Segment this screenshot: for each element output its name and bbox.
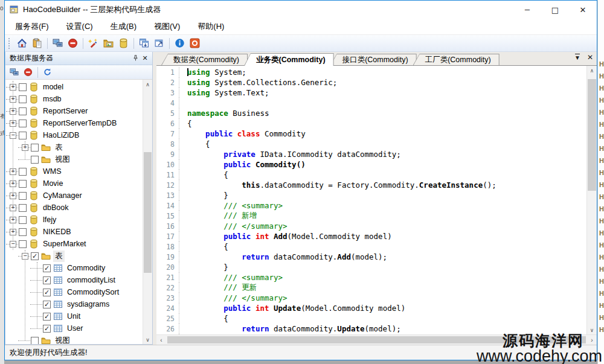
stop-icon[interactable] xyxy=(22,66,34,78)
collapse-icon[interactable]: − xyxy=(10,241,16,247)
power-icon[interactable] xyxy=(188,36,202,50)
stop-icon[interactable] xyxy=(66,36,80,50)
tree-item-表[interactable]: +表 xyxy=(5,141,143,153)
menu-item-1[interactable]: 设置(C) xyxy=(60,19,99,34)
tree-item-CyManager[interactable]: +CyManager xyxy=(5,190,143,202)
copywin-icon[interactable] xyxy=(137,36,151,50)
code-line-20[interactable]: 20 } xyxy=(156,262,587,272)
editor-vertical-scrollbar[interactable]: ∧ ∨ xyxy=(586,66,597,334)
tree-item-ReportServer[interactable]: +ReportServer xyxy=(5,105,143,117)
code-line-24[interactable]: 24 public int Update(Model.Commodity mod… xyxy=(156,303,587,313)
checkbox-Unit[interactable]: ✓ xyxy=(43,313,51,321)
tree-item-SuperMarket[interactable]: −SuperMarket xyxy=(5,238,143,250)
tab-2[interactable]: 接口类(Commodity) xyxy=(330,54,417,65)
toolbar-grip-handle[interactable] xyxy=(8,38,11,49)
tab-3[interactable]: 工厂类(Commodity) xyxy=(413,54,500,65)
code-line-5[interactable]: 5namespace Business xyxy=(156,108,587,118)
tree-scroll-thumb[interactable] xyxy=(144,152,152,273)
tree-item-lfejy[interactable]: +lfejy xyxy=(5,214,143,226)
tree-item-label[interactable]: 视图 xyxy=(53,335,72,345)
code-line-8[interactable]: 8 { xyxy=(156,139,587,149)
tree-item-sysdiagrams[interactable]: ✓sysdiagrams xyxy=(5,298,143,310)
code-line-13[interactable]: 13 } xyxy=(156,190,587,200)
code-line-22[interactable]: 22 /// 更新 xyxy=(156,283,587,293)
exportwin-icon[interactable] xyxy=(152,36,166,50)
code-line-21[interactable]: 21 /// <summary> xyxy=(156,272,587,283)
info-icon[interactable] xyxy=(173,36,187,50)
code-line-16[interactable]: 16 /// </summary> xyxy=(156,221,587,231)
tree-item-label[interactable]: Movie xyxy=(41,179,65,188)
collapse-icon[interactable]: − xyxy=(10,132,16,139)
tree-item-label[interactable]: ReportServer xyxy=(41,106,89,116)
wizard-icon[interactable] xyxy=(86,36,100,50)
checkbox-msdb[interactable] xyxy=(19,95,27,103)
tab-label[interactable]: 业务类(Commodity) xyxy=(245,54,333,66)
scroll-up-icon[interactable]: ∧ xyxy=(143,80,152,89)
network-icon[interactable] xyxy=(8,66,21,78)
scroll-left-icon[interactable]: ‹ xyxy=(156,335,166,345)
code-line-11[interactable]: 11 { xyxy=(156,170,587,180)
checkbox-视图[interactable] xyxy=(31,156,39,164)
checkbox-ReportServerTempDB[interactable] xyxy=(19,120,27,127)
code-line-15[interactable]: 15 /// 新增 xyxy=(156,211,587,221)
code-line-1[interactable]: 1using System; xyxy=(156,67,587,77)
tree-item-label[interactable]: lfejy xyxy=(41,215,58,225)
tab-label[interactable]: 工厂类(Commodity) xyxy=(414,54,499,65)
checkbox-表[interactable]: ✓ xyxy=(31,252,39,260)
tab-1[interactable]: 业务类(Commodity) xyxy=(244,53,334,66)
tree-item-model[interactable]: +model xyxy=(5,81,143,93)
tree-item-label[interactable]: 表 xyxy=(53,142,65,153)
tree-item-Unit[interactable]: ✓Unit xyxy=(5,310,143,322)
tree-item-label[interactable]: User xyxy=(65,324,85,333)
expand-icon[interactable]: + xyxy=(10,120,16,127)
tab-list-dropdown-icon[interactable]: ▼ xyxy=(574,54,580,61)
tree-item-label[interactable]: SuperMarket xyxy=(41,239,88,249)
checkbox-lfejy[interactable] xyxy=(19,216,27,224)
checkbox-CommoditySort[interactable]: ✓ xyxy=(43,289,51,296)
maximize-button[interactable]: □ xyxy=(541,1,569,19)
expand-icon[interactable]: + xyxy=(10,108,16,115)
panel-close-icon[interactable]: ✕ xyxy=(140,54,150,63)
tree-item-表[interactable]: −✓表 xyxy=(5,250,143,262)
expand-icon[interactable]: + xyxy=(10,217,16,223)
tab-0[interactable]: 数据类(Commodity) xyxy=(161,54,248,65)
database-icon[interactable] xyxy=(117,36,130,50)
refresh-icon[interactable] xyxy=(41,66,54,78)
collapse-icon[interactable]: − xyxy=(22,253,28,260)
tree-item-WMS[interactable]: +WMS xyxy=(5,165,143,177)
code-line-10[interactable]: 10 public Commodity() xyxy=(156,159,587,170)
checkbox-User[interactable]: ✓ xyxy=(43,325,51,333)
tree-item-label[interactable]: CyManager xyxy=(41,191,84,200)
minimize-button[interactable]: ─ xyxy=(513,1,541,19)
tree-item-label[interactable]: 表 xyxy=(53,251,65,262)
code-line-6[interactable]: 6{ xyxy=(156,118,587,129)
tab-label[interactable]: 接口类(Commodity) xyxy=(331,54,416,65)
paste-icon[interactable] xyxy=(30,36,44,50)
checkbox-dbBook[interactable] xyxy=(19,204,27,212)
tree-item-dbBook[interactable]: +dbBook xyxy=(5,202,143,214)
checkbox-model[interactable] xyxy=(19,83,27,91)
close-button[interactable]: ✕ xyxy=(569,1,597,19)
checkbox-Commodity[interactable]: ✓ xyxy=(43,264,51,272)
checkbox-SuperMarket[interactable] xyxy=(19,240,27,248)
checkbox-CyManager[interactable] xyxy=(19,192,27,200)
checkbox-ReportServer[interactable] xyxy=(19,107,27,115)
expand-icon[interactable]: + xyxy=(10,229,16,235)
tree-item-label[interactable]: ReportServerTempDB xyxy=(41,118,118,128)
code-line-7[interactable]: 7 public class Commodity xyxy=(156,129,587,139)
code-line-17[interactable]: 17 public int Add(Model.Commodity model) xyxy=(156,231,587,241)
code-line-9[interactable]: 9 private IData.ICommodity dataCommodity… xyxy=(156,149,587,159)
tree-item-label[interactable]: commodityList xyxy=(65,275,117,285)
tree-item-Movie[interactable]: +Movie xyxy=(5,177,143,190)
editor-scroll-thumb[interactable] xyxy=(588,79,596,191)
tree-item-label[interactable]: model xyxy=(41,82,65,92)
code-line-4[interactable]: 4 xyxy=(156,98,587,108)
pin-icon[interactable] xyxy=(130,54,140,63)
tree-item-label[interactable]: Commodity xyxy=(65,263,107,273)
tree-item-视图[interactable]: 视图 xyxy=(5,334,143,344)
scroll-down-icon[interactable]: ∨ xyxy=(143,335,152,344)
checkbox-NIKEDB[interactable] xyxy=(19,228,27,236)
code-line-12[interactable]: 12 this.dataCommodity = Factory.Commodit… xyxy=(156,180,587,190)
tree-item-msdb[interactable]: +msdb xyxy=(5,93,143,105)
tree-item-视图[interactable]: 视图 xyxy=(5,153,143,165)
